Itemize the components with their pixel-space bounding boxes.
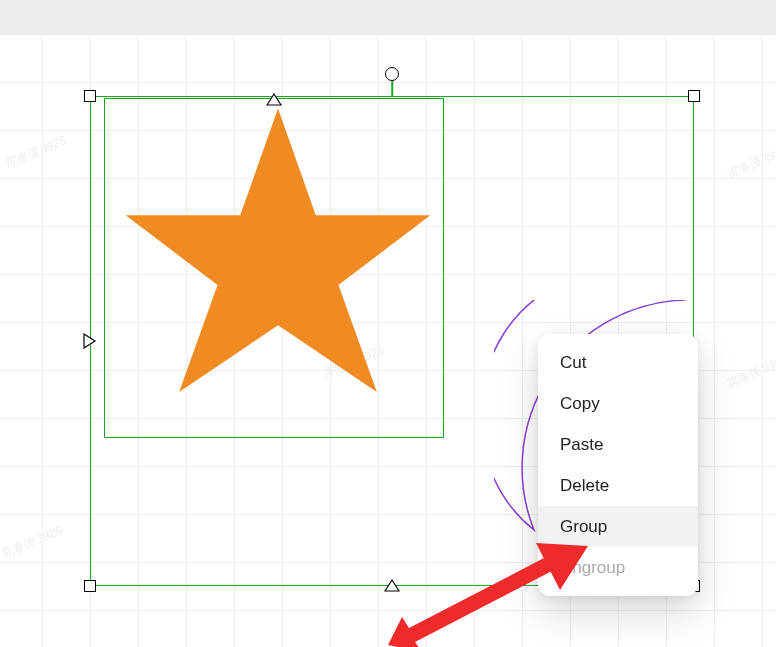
edge-handle-top[interactable] bbox=[266, 92, 282, 106]
context-menu-item-delete[interactable]: Delete bbox=[538, 465, 698, 506]
watermark: 雷海强 3925 bbox=[723, 142, 776, 182]
rotation-handle[interactable] bbox=[385, 67, 399, 81]
watermark: 雷海强 3925 bbox=[1, 132, 69, 172]
selection-inner bbox=[104, 98, 444, 438]
resize-handle-top-left[interactable] bbox=[84, 90, 96, 102]
watermark: 雷海强 3925 bbox=[0, 522, 65, 562]
context-menu-item-cut[interactable]: Cut bbox=[538, 342, 698, 383]
svg-marker-0 bbox=[388, 558, 552, 647]
context-menu-item-paste[interactable]: Paste bbox=[538, 424, 698, 465]
edge-handle-left[interactable] bbox=[83, 333, 97, 349]
watermark: 雷海强 3925 bbox=[723, 352, 776, 392]
context-menu-item-copy[interactable]: Copy bbox=[538, 383, 698, 424]
canvas[interactable]: 雷海强 3925 雷海强 3925 雷海强 3925 雷海强 3925 雷海强 … bbox=[0, 34, 776, 647]
resize-handle-bottom-left[interactable] bbox=[84, 580, 96, 592]
annotation-arrow bbox=[388, 532, 588, 647]
toolbar bbox=[0, 0, 776, 34]
resize-handle-top-right[interactable] bbox=[688, 90, 700, 102]
